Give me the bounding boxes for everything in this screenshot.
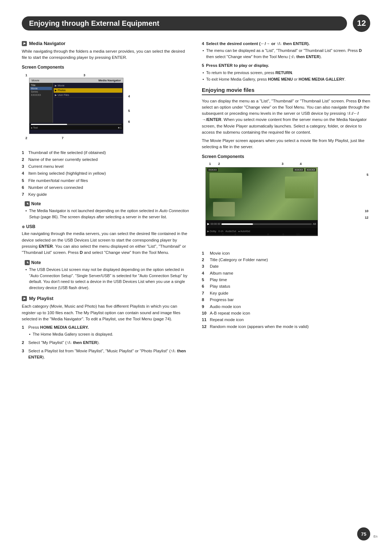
movie-comp-5: 5 Play time — [202, 276, 370, 283]
chapter-badge: 12 — [353, 15, 370, 32]
movie-comp-2: 2 Title (Category or Folder name) — [202, 256, 370, 263]
movie-comp-8: 8 Progress bar — [202, 296, 370, 303]
movie-callout-9: 9 — [282, 233, 284, 236]
list-item-photos-highlighted: ▶ Photos — [54, 88, 122, 93]
progress-bar-fill — [221, 223, 253, 225]
step-5-sub-1: To return to the previous screen, press … — [202, 70, 370, 76]
usb-label: USB — [26, 224, 35, 229]
callout-1: 1 — [25, 73, 27, 77]
step-4: 4 Select the desired content (←/→ or ↑/↓… — [202, 41, 370, 60]
movie-comp-6: 6 Play status — [202, 283, 370, 289]
note-title-1: ✎ Note — [25, 201, 190, 206]
media-nav-title: Media Navigator — [98, 79, 121, 82]
movie-comp-12: 12 Random mode icon (appears when the mo… — [202, 323, 370, 330]
movie-callout-11: 11 — [296, 233, 300, 236]
callout-3: 3 — [83, 73, 85, 77]
auto-kbd: ● AutoKbd — [238, 230, 250, 232]
note-label-2: Note — [31, 260, 41, 265]
media-nav-folder-label: Movie — [32, 79, 39, 82]
component-item-1: 1 Thumbnail of the file selected (if obt… — [22, 150, 190, 156]
movie-top-left-info: XXXXX — [207, 168, 218, 171]
page-number: 75 — [357, 527, 370, 540]
note-box-1: ✎ Note The Media Navigator is not launch… — [22, 201, 190, 220]
content-columns: ▶ Media Navigator While navigating throu… — [22, 41, 370, 363]
component-item-6: 6 Number of servers connected — [22, 185, 190, 191]
movie-callout-5: 5 — [367, 173, 368, 177]
note-box-2: ✎ Note The USB Devices List screen may n… — [22, 260, 190, 291]
movie-callout-7: 7 — [222, 233, 224, 236]
movie-callout-2: 2 — [218, 162, 220, 166]
nav-page-num: ■ 1 — [118, 126, 122, 129]
movie-comp-11: 11 Repeat mode icon — [202, 316, 370, 323]
my-playlist-title: My Playlist — [29, 296, 53, 301]
component-item-3: 3 Current menu level — [22, 163, 190, 170]
movie-callout-6: 6 — [234, 233, 236, 236]
my-playlist-intro: Each category (Movie, Music and Photo) h… — [22, 303, 190, 322]
movie-callout-12: 12 — [365, 216, 368, 219]
playlist-icon: ▶ — [22, 296, 27, 301]
movie-callout-8: 8 — [267, 233, 269, 236]
component-item-7: 7 Key guide — [22, 191, 190, 198]
left-column: ▶ Media Navigator While navigating throu… — [22, 41, 190, 363]
page-header: Enjoying through External Equipment 12 — [22, 15, 370, 32]
media-navigator-diagram: 1 3 Movie Media Navigator — [22, 73, 190, 145]
note-title-2: ✎ Note — [25, 260, 190, 265]
screen-components-title-right: Screen Components — [202, 154, 370, 159]
time-remaining: AB — [313, 223, 316, 225]
components-list-left: 1 Thumbnail of the file selected (if obt… — [22, 150, 190, 198]
media-navigator-title: Media Navigator — [29, 41, 65, 46]
my-playlist-header: ▶ My Playlist — [22, 296, 190, 301]
time-display: 00:00:00 — [211, 223, 220, 225]
media-navigator-intro: While navigating through the folders a m… — [22, 48, 190, 61]
enjoying-intro-1: You can display the menu as a "List", "T… — [202, 98, 370, 136]
list-item-userfiles: ▶ User Files — [54, 93, 122, 98]
screen-components-title-left: Screen Components — [22, 65, 190, 70]
component-item-4: 4 Item being selected (highlighted in ye… — [22, 170, 190, 177]
movie-player-diagram: 1 2 3 4 XXXXX — [202, 162, 370, 246]
play-indicator: ▶ — [207, 222, 209, 226]
enjoying-intro-2: The Movie Player screen appears when you… — [202, 138, 370, 150]
sidebar-title: Title — [30, 84, 52, 87]
movie-comp-4: 4 Album name — [202, 270, 370, 276]
right-steps: 4 Select the desired content (←/→ or ↑/↓… — [202, 41, 370, 82]
film-icon: ▶ — [22, 41, 27, 46]
component-item-2: 2 Name of the server currently selected — [22, 157, 190, 163]
audio-out: AudioOut — [225, 230, 236, 232]
step-1-sub: The Home Media Gallery screen is display… — [28, 331, 190, 337]
movie-comp-9: 9 Audio mode icon — [202, 303, 370, 310]
movie-top-right-info: XXXXX — [306, 168, 316, 171]
callout-4: 4 — [128, 94, 130, 98]
movie-callout-10: 10 — [365, 209, 368, 213]
movie-callout-3: 3 — [282, 162, 283, 166]
movie-callout-4: 4 — [300, 162, 302, 166]
page-lang: En — [373, 535, 377, 538]
movie-comp-3: 3 Date — [202, 263, 370, 270]
step-5-sub-2: To exit Home Media Gallery, press HOME M… — [202, 76, 370, 82]
usb-section: ⊕ USB Like navigating through the media … — [22, 224, 190, 256]
audio-icon: ▶ Dolby — [207, 230, 216, 233]
movie-callout-1: 1 — [209, 162, 211, 166]
note-icon-1: ✎ — [25, 201, 30, 206]
component-item-5: 5 File number/total number of files — [22, 178, 190, 184]
callout-2: 2 — [25, 136, 27, 140]
step-4-sub-1: The menu can be displayed as a "List", "… — [202, 48, 370, 60]
my-playlist-steps: 1 Press HOME MEDIA GALLERY. The Home Med… — [22, 324, 190, 361]
step-5: 5 Press ENTER to play or display. To ret… — [202, 62, 370, 82]
callout-6: 6 — [128, 120, 130, 123]
nav-tool-label: ● Tool — [31, 126, 38, 129]
step-1: 1 Press HOME MEDIA GALLERY. The Home Med… — [22, 324, 190, 337]
movie-components-list: 1 Movie icon 2 Title (Category or Folder… — [202, 250, 370, 330]
callout-7: 7 — [62, 136, 64, 140]
right-column: 4 Select the desired content (←/→ or ↑/↓… — [202, 41, 370, 363]
note-item-2-1: The USB Devices List screen may not be d… — [25, 267, 190, 291]
channel-display: 0 ch — [219, 230, 223, 232]
note-item-1-1: The Media Navigator is not launched depe… — [25, 208, 190, 220]
step-3: 3 Select a Playlist list from "Movie Pla… — [22, 348, 190, 361]
movie-top-center-info: XXXXX — [293, 168, 304, 171]
enjoying-movie-files-title: Enjoying movie files — [202, 87, 370, 95]
page-title: Enjoying through External Equipment — [22, 16, 347, 31]
progress-bar-track — [221, 223, 311, 225]
callout-5: 5 — [128, 109, 130, 113]
usb-text: Like navigating through the media server… — [22, 231, 190, 256]
movie-comp-10: 10 A-B repeat mode icon — [202, 310, 370, 316]
